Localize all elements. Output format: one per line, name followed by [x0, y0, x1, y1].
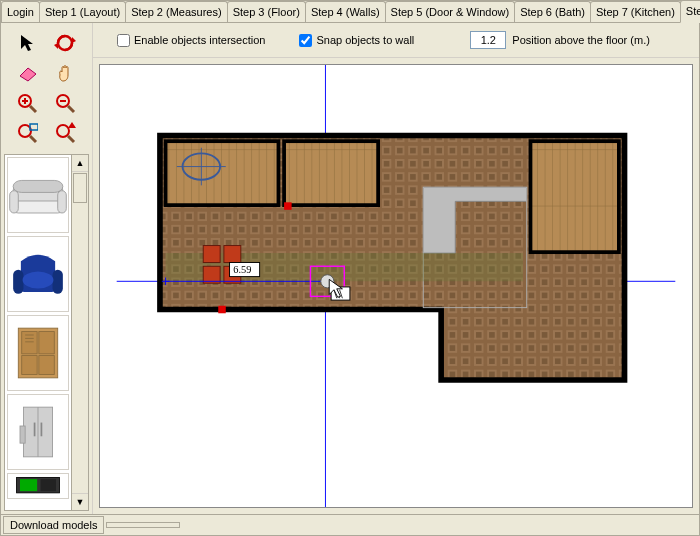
options-toolbar: Enable objects intersection Snap objects…	[93, 23, 699, 58]
download-models-button[interactable]: Download models	[3, 516, 104, 534]
tab-label: Step 8 (Furniturs)	[686, 5, 700, 17]
tab-step4[interactable]: Step 4 (Walls)	[305, 1, 386, 22]
svg-rect-15	[10, 191, 19, 213]
canvas-viewport[interactable]: 6.59	[99, 64, 693, 508]
tab-label: Step 4 (Walls)	[311, 6, 380, 18]
svg-point-10	[57, 125, 69, 137]
eraser-icon	[16, 64, 38, 82]
tab-label: Step 7 (Kitchen)	[596, 6, 675, 18]
eraser-tool[interactable]	[12, 60, 42, 86]
zoom-out-icon	[54, 92, 76, 114]
tab-login[interactable]: Login	[1, 1, 40, 22]
left-palette: ▲ ▼	[1, 23, 93, 514]
furniture-list: ▲ ▼	[4, 154, 89, 511]
rotate-icon	[54, 33, 76, 53]
svg-rect-25	[39, 356, 54, 375]
zoom-reset-tool[interactable]	[50, 120, 80, 146]
zoom-reset-icon	[54, 122, 76, 144]
enable-intersection-label: Enable objects intersection	[134, 34, 265, 46]
scroll-thumb[interactable]	[73, 173, 87, 203]
tab-step8[interactable]: Step 8 (Furniturs)	[680, 0, 700, 23]
scroll-down-button[interactable]: ▼	[72, 493, 88, 510]
enable-intersection-checkbox[interactable]: Enable objects intersection	[117, 34, 265, 47]
svg-rect-23	[39, 332, 54, 354]
fridge-icon	[8, 395, 68, 469]
svg-rect-46	[284, 141, 378, 205]
zoom-in-icon	[16, 92, 38, 114]
cabinet-icon	[8, 316, 68, 390]
zoom-out-tool[interactable]	[50, 90, 80, 116]
tab-step3[interactable]: Step 3 (Floor)	[227, 1, 306, 22]
svg-rect-50	[203, 246, 220, 263]
floorplan-canvas[interactable]: 6.59	[100, 65, 692, 507]
furniture-item-sofa[interactable]	[7, 157, 69, 233]
furniture-item-tv[interactable]	[7, 473, 69, 499]
zoom-in-tool[interactable]	[12, 90, 42, 116]
zoom-region-tool[interactable]	[12, 120, 42, 146]
tab-label: Login	[7, 6, 34, 18]
svg-rect-18	[13, 270, 23, 294]
svg-rect-24	[22, 356, 37, 375]
snap-to-wall-input[interactable]	[299, 34, 312, 47]
svg-rect-36	[41, 479, 56, 491]
tab-label: Step 2 (Measures)	[131, 6, 221, 18]
svg-line-5	[68, 106, 74, 112]
measure-value: 6.59	[233, 264, 251, 275]
tab-label: Step 5 (Door & Window)	[391, 6, 510, 18]
svg-rect-62	[284, 202, 292, 210]
position-label: Position above the floor (m.)	[512, 34, 650, 46]
svg-rect-47	[530, 141, 618, 252]
svg-line-8	[30, 136, 36, 142]
furniture-item-cabinet[interactable]	[7, 315, 69, 391]
svg-rect-35	[20, 479, 37, 491]
svg-point-20	[23, 271, 54, 288]
tab-step2[interactable]: Step 2 (Measures)	[125, 1, 227, 22]
svg-rect-63	[218, 306, 226, 314]
rotate-tool[interactable]	[50, 30, 80, 56]
svg-rect-45	[166, 141, 279, 205]
tab-label: Step 3 (Floor)	[233, 6, 300, 18]
pointer-tool[interactable]	[12, 30, 42, 56]
enable-intersection-input[interactable]	[117, 34, 130, 47]
svg-line-1	[30, 106, 36, 112]
tv-icon	[8, 474, 68, 498]
floorplan-svg: 6.59	[100, 65, 692, 507]
snap-to-wall-label: Snap objects to wall	[316, 34, 414, 46]
svg-point-7	[19, 125, 31, 137]
svg-rect-31	[34, 423, 36, 437]
furniture-scrollbar[interactable]: ▲ ▼	[71, 154, 89, 511]
tab-step1[interactable]: Step 1 (Layout)	[39, 1, 126, 22]
tab-label: Step 1 (Layout)	[45, 6, 120, 18]
position-value: 1.2	[481, 34, 496, 46]
status-progress	[106, 522, 180, 528]
snap-to-wall-checkbox[interactable]: Snap objects to wall	[299, 34, 414, 47]
tab-step7[interactable]: Step 7 (Kitchen)	[590, 1, 681, 22]
hand-icon	[54, 63, 76, 83]
main-panel: Enable objects intersection Snap objects…	[93, 23, 699, 514]
svg-line-11	[68, 136, 74, 142]
status-bar: Download models	[1, 514, 699, 535]
armchair-icon	[8, 237, 68, 311]
tab-step5[interactable]: Step 5 (Door & Window)	[385, 1, 516, 22]
zoom-region-icon	[16, 122, 38, 144]
scroll-up-button[interactable]: ▲	[72, 155, 88, 172]
furniture-items	[4, 154, 71, 511]
tab-step6[interactable]: Step 6 (Bath)	[514, 1, 591, 22]
tool-buttons	[4, 26, 89, 152]
svg-rect-32	[41, 423, 43, 437]
furniture-item-fridge[interactable]	[7, 394, 69, 470]
application-window: Login Step 1 (Layout) Step 2 (Measures) …	[0, 0, 700, 536]
svg-rect-19	[53, 270, 63, 294]
main-body: ▲ ▼ Enable objects intersection Snap obj…	[1, 23, 699, 514]
pan-tool[interactable]	[50, 60, 80, 86]
svg-rect-33	[20, 426, 25, 443]
tab-label: Step 6 (Bath)	[520, 6, 585, 18]
svg-rect-16	[58, 191, 67, 213]
position-input[interactable]: 1.2	[470, 31, 506, 49]
sofa-icon	[8, 158, 68, 232]
svg-rect-13	[13, 180, 63, 192]
svg-rect-14	[13, 201, 63, 213]
svg-rect-52	[224, 246, 241, 263]
download-models-label: Download models	[10, 519, 97, 531]
furniture-item-armchair[interactable]	[7, 236, 69, 312]
